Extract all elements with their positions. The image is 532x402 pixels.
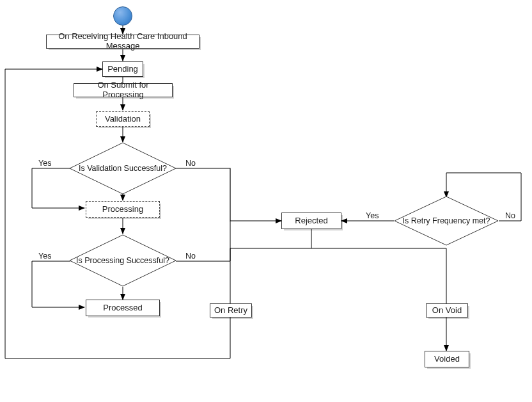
event-void-label: On Void [426, 303, 468, 318]
decision-processing: Is Processing Successful? [69, 234, 176, 287]
event-retry-label: On Retry [210, 303, 252, 318]
state-voided: Voided [425, 351, 469, 367]
decision-validation-text: Is Validation Successful? [74, 164, 172, 173]
event-void-text: On Void [432, 306, 462, 316]
edge-yes-retry: Yes [366, 211, 379, 220]
state-processed: Processed [86, 300, 160, 316]
decision-validation: Is Validation Successful? [69, 142, 176, 195]
event-submit-label: On Submit for Processing [74, 83, 173, 97]
decision-retry-text: Is Retry Frequency met? [398, 216, 496, 226]
flowchart-canvas: On Receiving Health Care Inbound Message… [0, 0, 532, 402]
event-submit-text: On Submit for Processing [78, 81, 168, 100]
edge-no-processing: No [185, 252, 196, 261]
state-pending: Pending [102, 61, 143, 77]
decision-processing-text: Is Processing Successful? [71, 256, 175, 266]
event-retry-text: On Retry [214, 306, 247, 316]
edge-yes-processing: Yes [38, 252, 51, 261]
start-node [113, 6, 132, 26]
decision-retry: Is Retry Frequency met? [394, 196, 499, 246]
state-pending-text: Pending [107, 65, 138, 74]
edge-no-validation: No [185, 159, 196, 168]
state-voided-text: Voided [434, 355, 460, 364]
event-receive-label: On Receiving Health Care Inbound Message [46, 35, 199, 49]
state-processed-text: Processed [103, 303, 142, 313]
state-processing: Processing [86, 201, 160, 218]
state-rejected: Rejected [281, 213, 341, 229]
state-processing-text: Processing [102, 205, 143, 214]
state-validation: Validation [96, 111, 150, 127]
edge-no-retry: No [505, 211, 515, 220]
state-rejected-text: Rejected [295, 216, 327, 226]
event-receive-text: On Receiving Health Care Inbound Message [51, 32, 195, 51]
edge-yes-validation: Yes [38, 159, 51, 168]
state-validation-text: Validation [105, 115, 141, 124]
